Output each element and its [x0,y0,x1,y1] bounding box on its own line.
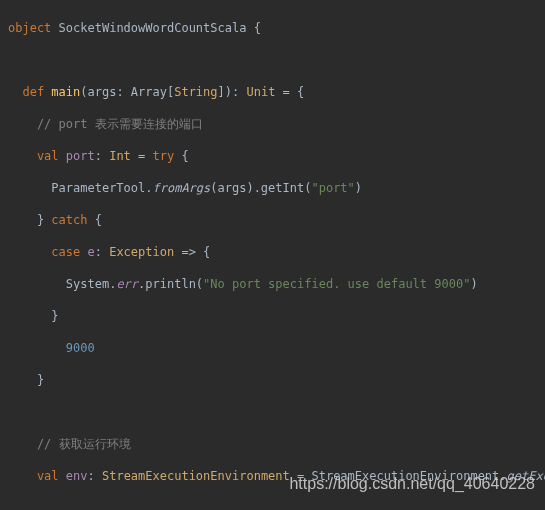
code-editor[interactable]: object SocketWindowWordCountScala { def … [0,0,545,510]
watermark-text: https://blog.csdn.net/qq_40640228 [289,476,535,492]
code-line [8,52,537,68]
code-line: case e: Exception => { [8,244,537,260]
code-line: object SocketWindowWordCountScala { [8,20,537,36]
code-line: // 获取运行环境 [8,436,537,452]
code-line: 9000 [8,340,537,356]
code-line: val port: Int = try { [8,148,537,164]
code-line: System.err.println("No port specified. u… [8,276,537,292]
code-line [8,500,537,510]
code-line: } catch { [8,212,537,228]
code-line: ParameterTool.fromArgs(args).getInt("por… [8,180,537,196]
code-line: def main(args: Array[String]): Unit = { [8,84,537,100]
code-line [8,404,537,420]
code-line: // port 表示需要连接的端口 [8,116,537,132]
code-line: } [8,308,537,324]
code-line: } [8,372,537,388]
